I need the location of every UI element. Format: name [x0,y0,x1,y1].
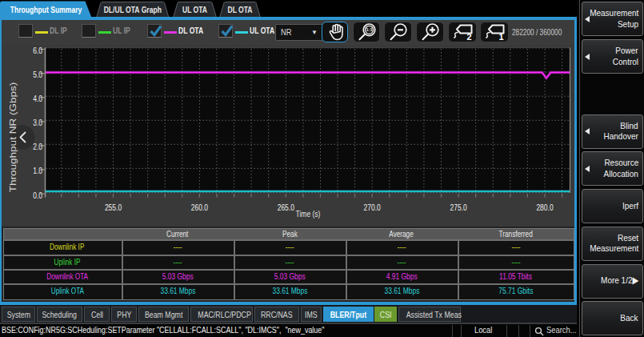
svg-text:1: 1 [498,32,503,42]
svg-text:4.0: 4.0 [33,95,42,104]
svg-text:1:1: 1:1 [366,27,373,32]
svg-text:280.0: 280.0 [536,203,553,212]
svg-text:6.0: 6.0 [33,46,42,55]
svg-text:2: 2 [466,32,471,42]
svg-text:0.0: 0.0 [33,191,42,200]
svg-text:Throughput Summary: Throughput Summary [10,4,82,14]
svg-text:Time (s): Time (s) [296,210,321,219]
svg-text:2.0: 2.0 [33,143,42,152]
svg-text:DL OTA: DL OTA [227,4,252,14]
svg-text:5.0: 5.0 [33,70,42,79]
svg-text:265.0: 265.0 [278,203,294,212]
svg-text:3.0: 3.0 [33,119,42,128]
svg-text:260.0: 260.0 [191,203,208,212]
svg-text:1.0: 1.0 [33,167,42,176]
svg-text:Throughput NR (Gbps): Throughput NR (Gbps) [8,82,18,193]
svg-text:270.0: 270.0 [364,203,381,212]
svg-text:255.0: 255.0 [105,203,122,212]
svg-text:UL OTA: UL OTA [182,4,207,14]
svg-text:275.0: 275.0 [450,203,466,212]
svg-text:DL/UL OTA Graph: DL/UL OTA Graph [104,4,162,14]
